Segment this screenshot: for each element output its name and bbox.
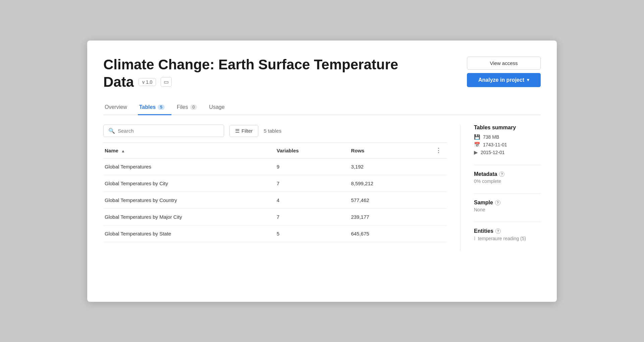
tables-count: 5 tables xyxy=(264,128,281,134)
analyze-label: Analyze in project xyxy=(478,77,524,83)
sidebar-entities-title: Entities ? xyxy=(474,228,541,234)
main-content: 🔍 ☰ Filter 5 tables Name ▲ Varia xyxy=(103,125,447,251)
tab-files[interactable]: Files0 xyxy=(175,101,204,115)
sidebar-divider-1 xyxy=(474,165,541,165)
title-line2: Data xyxy=(103,74,134,90)
content-layout: 🔍 ☰ Filter 5 tables Name ▲ Varia xyxy=(103,125,541,251)
table-header-row: Name ▲ Variables Rows ⋮ xyxy=(103,143,447,158)
entities-help-icon[interactable]: ? xyxy=(495,228,501,234)
table-row: Global Temperatures by Major City7239,17… xyxy=(103,209,447,225)
table-cell-name[interactable]: Global Temperatures by Major City xyxy=(103,209,271,225)
sort-icon: ▲ xyxy=(121,149,125,153)
header-row: Climate Change: Earth Surface Temperatur… xyxy=(103,57,541,90)
chevron-down-icon: ▾ xyxy=(527,77,529,82)
table-cell-more xyxy=(430,209,447,225)
sidebar-date-start-value: 1743-11-01 xyxy=(483,142,507,147)
bookmark-button[interactable]: ▭ xyxy=(161,77,172,87)
tab-badge-files: 0 xyxy=(190,105,197,110)
sidebar-metadata: Metadata ? 0% complete xyxy=(474,171,541,184)
table-cell-variables: 7 xyxy=(271,209,346,225)
view-access-button[interactable]: View access xyxy=(467,57,541,70)
entities-icon: ⁝ xyxy=(474,235,476,242)
search-icon: 🔍 xyxy=(108,128,115,134)
col-header-variables[interactable]: Variables xyxy=(271,143,346,158)
filter-button[interactable]: ☰ Filter xyxy=(229,125,258,137)
calendar-end-icon: ▶ xyxy=(474,149,478,155)
sidebar-size-item: 💾 738 MB xyxy=(474,134,541,140)
sidebar-sample: Sample ? None xyxy=(474,200,541,212)
search-box: 🔍 xyxy=(103,125,224,137)
main-card: Climate Change: Earth Surface Temperatur… xyxy=(87,41,557,302)
sidebar-metadata-value: 0% complete xyxy=(474,179,541,184)
database-icon: 💾 xyxy=(474,134,480,140)
table-cell-name[interactable]: Global Temperatures by Country xyxy=(103,192,271,209)
sidebar-tables-summary-title: Tables summary xyxy=(474,125,541,131)
calendar-start-icon: 📅 xyxy=(474,142,480,148)
table-cell-variables: 7 xyxy=(271,175,346,192)
sidebar-divider-2 xyxy=(474,193,541,194)
sidebar-sample-title: Sample ? xyxy=(474,200,541,206)
table-row: Global Temperatures by City78,599,212 xyxy=(103,175,447,192)
table-row: Global Temperatures by Country4577,462 xyxy=(103,192,447,209)
table-cell-rows: 577,462 xyxy=(345,192,430,209)
table-cell-more xyxy=(430,158,447,175)
sidebar-date-end-item: ▶ 2015-12-01 xyxy=(474,149,541,155)
sidebar-divider-3 xyxy=(474,222,541,222)
table-cell-rows: 645,675 xyxy=(345,225,430,242)
sidebar-size-value: 738 MB xyxy=(483,134,499,140)
sidebar-entities-value: temperaure reading (5) xyxy=(478,236,526,241)
tab-badge-tables: 5 xyxy=(158,105,165,110)
table-cell-name[interactable]: Global Temperatures xyxy=(103,158,271,175)
sidebar: Tables summary 💾 738 MB 📅 1743-11-01 ▶ 2… xyxy=(460,125,541,251)
tab-usage[interactable]: Usage xyxy=(208,101,231,115)
table-cell-name[interactable]: Global Temperatures by City xyxy=(103,175,271,192)
filter-label: Filter xyxy=(241,128,253,134)
col-header-more: ⋮ xyxy=(430,143,447,158)
sidebar-entities: Entities ? ⁝ temperaure reading (5) xyxy=(474,228,541,242)
version-badge: v 1.0 xyxy=(139,78,156,86)
table-cell-rows: 3,192 xyxy=(345,158,430,175)
sidebar-date-start-item: 📅 1743-11-01 xyxy=(474,142,541,148)
table-cell-more xyxy=(430,192,447,209)
title-line1: Climate Change: Earth Surface Temperatur… xyxy=(103,57,398,73)
table-cell-more xyxy=(430,175,447,192)
entities-row: ⁝ temperaure reading (5) xyxy=(474,235,541,242)
actions-area: View access Analyze in project ▾ xyxy=(467,57,541,87)
analyze-button[interactable]: Analyze in project ▾ xyxy=(467,73,541,87)
table-cell-rows: 8,599,212 xyxy=(345,175,430,192)
col-header-name[interactable]: Name ▲ xyxy=(103,143,271,158)
col-header-rows[interactable]: Rows xyxy=(345,143,430,158)
table-row: Global Temperatures by State5645,675 xyxy=(103,225,447,242)
table-row: Global Temperatures93,192 xyxy=(103,158,447,175)
more-options-icon[interactable]: ⋮ xyxy=(435,147,441,154)
title-area: Climate Change: Earth Surface Temperatur… xyxy=(103,57,398,90)
data-table: Name ▲ Variables Rows ⋮ Global Temperatu… xyxy=(103,142,447,242)
search-filter-row: 🔍 ☰ Filter 5 tables xyxy=(103,125,447,137)
sidebar-tables-summary: Tables summary 💾 738 MB 📅 1743-11-01 ▶ 2… xyxy=(474,125,541,155)
sidebar-date-end-value: 2015-12-01 xyxy=(481,150,505,155)
sidebar-metadata-title: Metadata ? xyxy=(474,171,541,177)
tabs-row: OverviewTables5Files0Usage xyxy=(103,101,541,115)
bookmark-icon: ▭ xyxy=(164,79,169,85)
table-cell-rows: 239,177 xyxy=(345,209,430,225)
sidebar-sample-value: None xyxy=(474,207,541,212)
table-cell-variables: 9 xyxy=(271,158,346,175)
metadata-help-icon[interactable]: ? xyxy=(499,172,504,177)
filter-icon: ☰ xyxy=(235,128,239,134)
tab-tables[interactable]: Tables5 xyxy=(138,101,171,115)
title-line2-row: Data v 1.0 ▭ xyxy=(103,74,398,90)
sample-help-icon[interactable]: ? xyxy=(495,200,500,205)
tab-overview[interactable]: Overview xyxy=(103,101,134,115)
table-cell-more xyxy=(430,225,447,242)
table-cell-name[interactable]: Global Temperatures by State xyxy=(103,225,271,242)
table-cell-variables: 5 xyxy=(271,225,346,242)
search-input[interactable] xyxy=(118,128,219,134)
table-cell-variables: 4 xyxy=(271,192,346,209)
